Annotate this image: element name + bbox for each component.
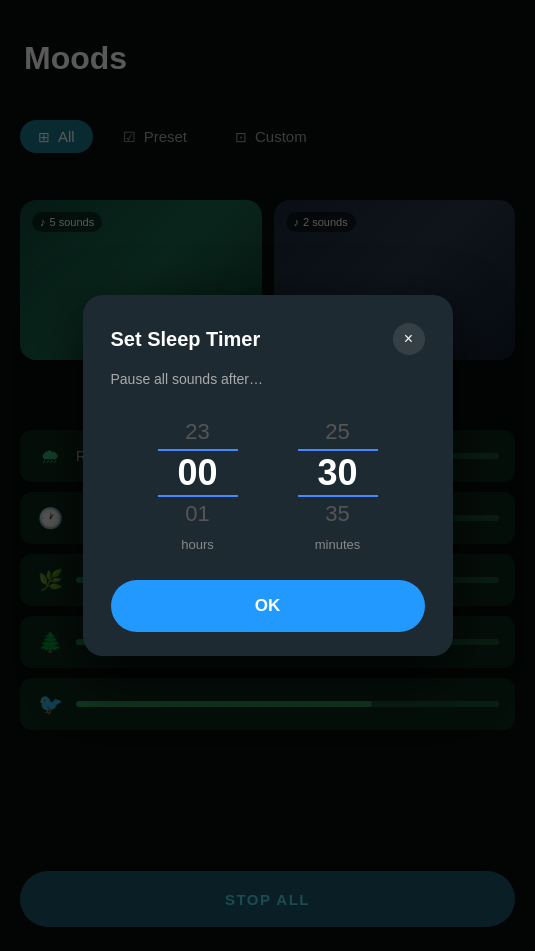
minutes-above: 25 xyxy=(325,415,349,449)
minutes-picker[interactable]: 25 30 35 minutes xyxy=(298,415,378,552)
hours-above: 23 xyxy=(185,415,209,449)
modal-title: Set Sleep Timer xyxy=(111,328,261,351)
modal-close-button[interactable]: × xyxy=(393,323,425,355)
hours-label: hours xyxy=(181,537,214,552)
ok-button[interactable]: OK xyxy=(111,580,425,632)
minutes-current: 30 xyxy=(298,449,378,497)
modal-header: Set Sleep Timer × xyxy=(111,323,425,355)
modal-overlay: Set Sleep Timer × Pause all sounds after… xyxy=(0,0,535,951)
minutes-below: 35 xyxy=(325,497,349,531)
hours-picker[interactable]: 23 00 01 hours xyxy=(158,415,238,552)
minutes-label: minutes xyxy=(315,537,361,552)
modal-subtitle: Pause all sounds after… xyxy=(111,371,425,387)
hours-below: 01 xyxy=(185,497,209,531)
hours-current: 00 xyxy=(158,449,238,497)
sleep-timer-modal: Set Sleep Timer × Pause all sounds after… xyxy=(83,295,453,656)
time-picker: 23 00 01 hours 25 30 35 minutes xyxy=(111,415,425,552)
